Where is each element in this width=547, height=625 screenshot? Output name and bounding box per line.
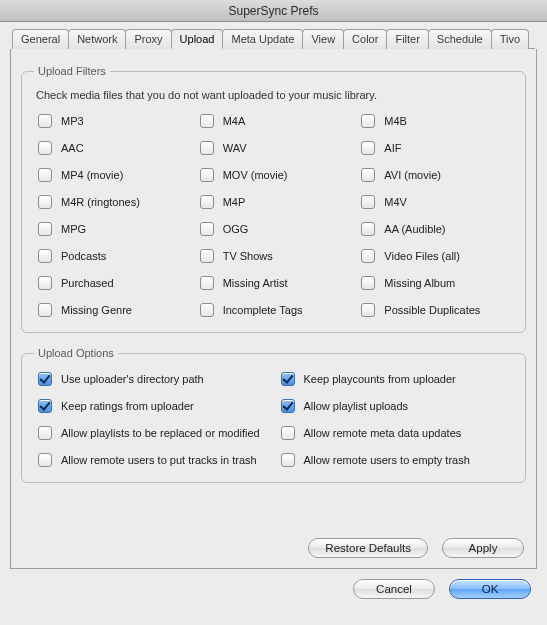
filter-checkbox[interactable] <box>38 168 52 182</box>
upload-filters-grid: MP3M4AM4BAACWAVAIFMP4 (movie)MOV (movie)… <box>34 111 513 320</box>
tab-general[interactable]: General <box>12 29 69 49</box>
apply-button[interactable]: Apply <box>442 538 524 558</box>
filter-label: Podcasts <box>61 250 106 262</box>
filter-label: M4V <box>384 196 407 208</box>
option-item[interactable]: Allow playlists to be replaced or modifi… <box>34 423 271 443</box>
filter-checkbox[interactable] <box>38 114 52 128</box>
option-checkbox[interactable] <box>38 453 52 467</box>
filter-checkbox[interactable] <box>361 141 375 155</box>
filter-checkbox[interactable] <box>38 303 52 317</box>
filter-item[interactable]: MOV (movie) <box>196 165 352 185</box>
tab-pane-upload: Upload Filters Check media files that yo… <box>10 49 537 569</box>
filter-item[interactable]: M4B <box>357 111 513 131</box>
filter-checkbox[interactable] <box>361 276 375 290</box>
tab-proxy[interactable]: Proxy <box>125 29 171 49</box>
filter-item[interactable]: Incomplete Tags <box>196 300 352 320</box>
filter-checkbox[interactable] <box>200 195 214 209</box>
filter-item[interactable]: M4P <box>196 192 352 212</box>
option-checkbox[interactable] <box>38 399 52 413</box>
filter-label: M4A <box>223 115 246 127</box>
window-title: SuperSync Prefs <box>0 0 547 22</box>
filter-checkbox[interactable] <box>200 168 214 182</box>
tab-filter[interactable]: Filter <box>386 29 428 49</box>
filter-checkbox[interactable] <box>38 141 52 155</box>
tab-meta-update[interactable]: Meta Update <box>222 29 303 49</box>
tab-tivo[interactable]: Tivo <box>491 29 529 49</box>
filter-item[interactable]: Missing Genre <box>34 300 190 320</box>
filter-checkbox[interactable] <box>200 276 214 290</box>
option-item[interactable]: Keep ratings from uploader <box>34 396 271 416</box>
filter-label: MPG <box>61 223 86 235</box>
filter-item[interactable]: MP4 (movie) <box>34 165 190 185</box>
option-checkbox[interactable] <box>281 453 295 467</box>
upload-options-legend: Upload Options <box>34 347 118 359</box>
filter-item[interactable]: Purchased <box>34 273 190 293</box>
filter-checkbox[interactable] <box>38 276 52 290</box>
option-item[interactable]: Use uploader's directory path <box>34 369 271 389</box>
filter-item[interactable]: TV Shows <box>196 246 352 266</box>
filter-checkbox[interactable] <box>361 222 375 236</box>
filter-item[interactable]: AA (Audible) <box>357 219 513 239</box>
filter-checkbox[interactable] <box>361 114 375 128</box>
filter-label: AAC <box>61 142 84 154</box>
filter-label: AIF <box>384 142 401 154</box>
filter-checkbox[interactable] <box>38 249 52 263</box>
option-item[interactable]: Allow playlist uploads <box>277 396 514 416</box>
filter-checkbox[interactable] <box>361 249 375 263</box>
filter-item[interactable]: WAV <box>196 138 352 158</box>
filter-checkbox[interactable] <box>38 222 52 236</box>
filter-label: M4B <box>384 115 407 127</box>
filter-label: M4R (ringtones) <box>61 196 140 208</box>
upload-options-group: Upload Options Use uploader's directory … <box>21 347 526 483</box>
filter-item[interactable]: Possible Duplicates <box>357 300 513 320</box>
option-checkbox[interactable] <box>281 399 295 413</box>
restore-defaults-button[interactable]: Restore Defaults <box>308 538 428 558</box>
tab-network[interactable]: Network <box>68 29 126 49</box>
filter-label: Missing Genre <box>61 304 132 316</box>
filter-item[interactable]: AAC <box>34 138 190 158</box>
filter-item[interactable]: MPG <box>34 219 190 239</box>
filter-item[interactable]: M4V <box>357 192 513 212</box>
filter-checkbox[interactable] <box>361 195 375 209</box>
upload-filters-legend: Upload Filters <box>34 65 110 77</box>
tab-bar: General Network Proxy Upload Meta Update… <box>12 28 535 49</box>
filter-label: Missing Artist <box>223 277 288 289</box>
option-item[interactable]: Allow remote users to empty trash <box>277 450 514 470</box>
filter-checkbox[interactable] <box>200 141 214 155</box>
filter-item[interactable]: Video Files (all) <box>357 246 513 266</box>
filter-item[interactable]: OGG <box>196 219 352 239</box>
option-checkbox[interactable] <box>281 426 295 440</box>
option-item[interactable]: Allow remote meta data updates <box>277 423 514 443</box>
option-checkbox[interactable] <box>38 372 52 386</box>
option-label: Allow remote users to put tracks in tras… <box>61 454 257 466</box>
filter-checkbox[interactable] <box>38 195 52 209</box>
tab-upload[interactable]: Upload <box>171 29 224 49</box>
tab-view[interactable]: View <box>302 29 344 49</box>
filter-checkbox[interactable] <box>361 303 375 317</box>
filter-label: Video Files (all) <box>384 250 460 262</box>
option-checkbox[interactable] <box>281 372 295 386</box>
option-item[interactable]: Keep playcounts from uploader <box>277 369 514 389</box>
cancel-button[interactable]: Cancel <box>353 579 435 599</box>
filter-item[interactable]: M4A <box>196 111 352 131</box>
filter-checkbox[interactable] <box>200 303 214 317</box>
tab-schedule[interactable]: Schedule <box>428 29 492 49</box>
upload-options-grid: Use uploader's directory pathKeep playco… <box>34 369 513 470</box>
filter-checkbox[interactable] <box>361 168 375 182</box>
ok-button[interactable]: OK <box>449 579 531 599</box>
filter-item[interactable]: AVI (movie) <box>357 165 513 185</box>
filter-item[interactable]: M4R (ringtones) <box>34 192 190 212</box>
filter-item[interactable]: MP3 <box>34 111 190 131</box>
filter-label: OGG <box>223 223 249 235</box>
filter-checkbox[interactable] <box>200 249 214 263</box>
filter-item[interactable]: Podcasts <box>34 246 190 266</box>
filter-item[interactable]: Missing Album <box>357 273 513 293</box>
upload-filters-hint: Check media files that you do not want u… <box>36 89 513 101</box>
tab-color[interactable]: Color <box>343 29 387 49</box>
filter-item[interactable]: Missing Artist <box>196 273 352 293</box>
filter-checkbox[interactable] <box>200 114 214 128</box>
filter-item[interactable]: AIF <box>357 138 513 158</box>
option-checkbox[interactable] <box>38 426 52 440</box>
filter-checkbox[interactable] <box>200 222 214 236</box>
option-item[interactable]: Allow remote users to put tracks in tras… <box>34 450 271 470</box>
